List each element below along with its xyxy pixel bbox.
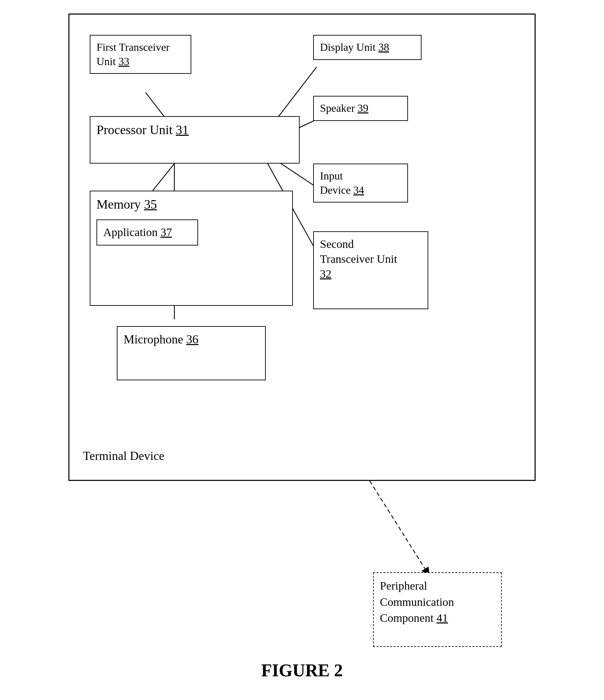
memory-ref: 35 <box>144 197 157 211</box>
svg-line-8 <box>370 481 427 572</box>
second-transceiver-ref: 32 <box>320 268 331 280</box>
application-ref: 37 <box>160 226 172 238</box>
display-unit-ref: 38 <box>378 41 389 53</box>
peripheral-box: PeripheralCommunicationComponent 41 <box>373 572 502 647</box>
terminal-device-label: Terminal Device <box>83 449 164 463</box>
terminal-device-box: First Transceiver Unit 33 Display Unit 3… <box>68 14 536 481</box>
input-device-box: InputDevice 34 <box>313 164 408 203</box>
peripheral-area: PeripheralCommunicationComponent 41 <box>68 481 536 643</box>
speaker-ref: 39 <box>358 102 368 114</box>
second-transceiver-label: SecondTransceiver Unit <box>320 238 397 265</box>
speaker-box: Speaker 39 <box>313 96 408 121</box>
peripheral-ref: 41 <box>436 612 448 624</box>
microphone-ref: 36 <box>186 333 198 346</box>
input-device-ref: 34 <box>353 184 364 196</box>
input-device-label: InputDevice <box>320 170 351 196</box>
processor-unit-ref: 31 <box>176 123 189 137</box>
page: First Transceiver Unit 33 Display Unit 3… <box>31 14 573 680</box>
first-transceiver-ref: 33 <box>118 55 129 67</box>
application-label: Application <box>103 226 158 238</box>
speaker-label: Speaker <box>320 102 355 114</box>
microphone-box: Microphone 36 <box>117 326 266 380</box>
memory-box: Memory 35 Application 37 <box>90 191 293 306</box>
application-box: Application 37 <box>96 219 198 245</box>
processor-unit-label: Processor Unit <box>96 123 173 137</box>
first-transceiver-label: First Transceiver Unit <box>96 41 170 67</box>
memory-label: Memory <box>96 197 141 211</box>
display-unit-label: Display Unit <box>320 41 375 53</box>
figure-label: FIGURE 2 <box>31 660 573 680</box>
microphone-label: Microphone <box>124 333 183 346</box>
second-transceiver-box: SecondTransceiver Unit 32 <box>313 231 428 309</box>
processor-unit-box: Processor Unit 31 <box>90 116 300 164</box>
first-transceiver-box: First Transceiver Unit 33 <box>90 35 191 74</box>
display-unit-box: Display Unit 38 <box>313 35 422 60</box>
